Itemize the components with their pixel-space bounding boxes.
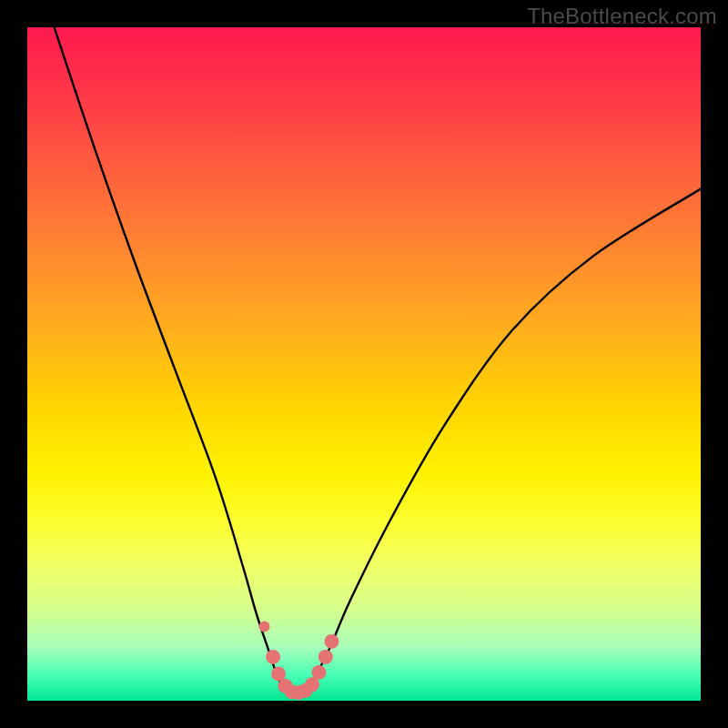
curve-marker (311, 665, 326, 680)
curve-marker-group (258, 622, 339, 701)
watermark-label: TheBottleneck.com (527, 4, 717, 29)
curve-marker (318, 650, 333, 664)
bottleneck-curve-svg (27, 27, 701, 701)
chart-plot-area (27, 27, 701, 701)
curve-marker (258, 622, 269, 632)
bottleneck-curve-path (55, 27, 701, 694)
curve-marker (266, 650, 280, 664)
curve-marker (324, 634, 339, 649)
